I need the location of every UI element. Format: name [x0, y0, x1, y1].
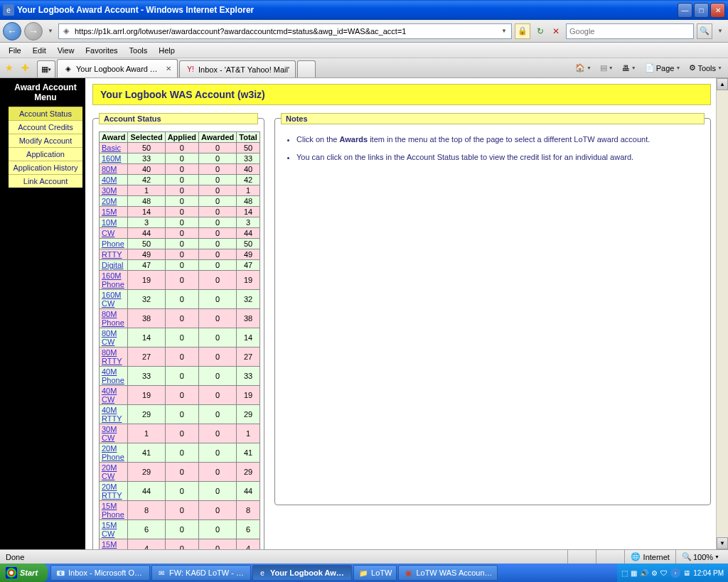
award-link[interactable]: 10M [102, 218, 117, 227]
add-favorite-icon[interactable]: ✚ [18, 62, 31, 75]
table-row: 80M RTTY270027 [100, 347, 260, 367]
task-logbook[interactable]: eYour Logbook Award ... [252, 565, 352, 581]
account-status-panel: Account Status Award Selected Applied Aw… [92, 118, 264, 549]
refresh-button[interactable]: ↻ [533, 24, 547, 38]
task-lotw-folder[interactable]: 📁LoTW [353, 565, 397, 581]
forward-button[interactable]: → [24, 22, 43, 41]
sidebar-item-account-status[interactable]: Account Status [9, 107, 82, 120]
sidebar-item-account-credits[interactable]: Account Credits [9, 120, 82, 134]
tray-icon[interactable]: ⬚ [621, 569, 628, 577]
security-lock-icon[interactable]: 🔒 [515, 23, 530, 39]
tab-logbook[interactable]: ◈ Your Logbook Award Acc... ✕ [57, 59, 178, 77]
award-link[interactable]: 160M [102, 154, 122, 163]
cell-selected: 1 [128, 185, 165, 196]
award-link[interactable]: RTTY [102, 250, 122, 259]
zoom-control[interactable]: 🔍 100% ▼ [675, 550, 725, 564]
sidebar-item-modify-account[interactable]: Modify Account [9, 134, 82, 147]
tools-menu[interactable]: ⚙Tools▼ [686, 62, 725, 74]
award-link[interactable]: Phone [102, 239, 124, 248]
feeds-button[interactable]: ▤▼ [597, 62, 616, 74]
award-link[interactable]: 30M CW [102, 425, 117, 442]
tray-icon[interactable]: ▦ [631, 569, 637, 577]
award-link[interactable]: 40M [102, 176, 117, 184]
tab-inbox[interactable]: Y! Inbox - 'AT&T Yahoo! Mail' [179, 60, 296, 77]
new-tab-button[interactable] [297, 60, 316, 77]
tray-icon[interactable]: 🔊 [640, 569, 648, 577]
address-bar[interactable]: ◈ ▼ [58, 23, 512, 39]
scroll-down-button[interactable]: ▼ [717, 537, 728, 549]
cell-awarded: 0 [199, 153, 237, 164]
tray-expand-icon[interactable]: ‹ [670, 568, 680, 578]
award-link[interactable]: Basic [102, 144, 121, 152]
cell-applied: 0 [165, 239, 198, 249]
security-zone[interactable]: 🌐 Internet [624, 550, 675, 564]
award-link[interactable]: 40M RTTY [102, 406, 122, 423]
menu-view[interactable]: View [52, 45, 80, 56]
award-link[interactable]: Digital [102, 261, 124, 269]
award-link[interactable]: 80M [102, 165, 117, 173]
stop-button[interactable]: ✕ [549, 24, 563, 38]
award-link[interactable]: 160M Phone [102, 271, 124, 289]
favorites-icon[interactable]: ★ [3, 62, 16, 75]
award-link[interactable]: 15M CW [102, 521, 117, 538]
menu-edit[interactable]: Edit [27, 45, 52, 56]
start-button[interactable]: Start [0, 564, 48, 582]
award-link[interactable]: 20M Phone [102, 444, 124, 461]
award-link[interactable]: 40M CW [102, 387, 117, 404]
address-input[interactable] [72, 27, 498, 36]
award-link[interactable]: 160M CW [102, 291, 122, 308]
cell-total: 1 [237, 185, 259, 196]
search-input[interactable] [569, 27, 690, 36]
close-button[interactable]: ✕ [710, 3, 725, 18]
cell-applied: 0 [165, 164, 198, 175]
page-menu[interactable]: 📄Page▼ [642, 62, 684, 74]
back-button[interactable]: ← [3, 22, 21, 41]
cell-selected: 33 [128, 367, 165, 386]
sidebar-item-application[interactable]: Application [9, 147, 82, 161]
tray-icon[interactable]: 🛡 [660, 569, 668, 577]
menu-help[interactable]: Help [153, 45, 181, 56]
award-link[interactable]: 80M Phone [102, 310, 124, 327]
scroll-up-button[interactable]: ▲ [717, 78, 728, 90]
maximize-button[interactable]: □ [694, 3, 709, 18]
tray-icon[interactable]: ⚙ [651, 569, 658, 577]
menu-file[interactable]: File [3, 45, 27, 56]
tab-close-icon[interactable]: ✕ [166, 65, 171, 72]
status-bar: Done 🌐 Internet 🔍 100% ▼ [0, 549, 728, 564]
table-row: 40M CW190019 [100, 386, 260, 405]
award-link[interactable]: 80M RTTY [102, 348, 122, 365]
award-link[interactable]: CW [102, 229, 114, 237]
award-link[interactable]: 15M RTTY [102, 540, 122, 549]
minimize-button[interactable]: — [678, 3, 692, 18]
award-link[interactable]: 30M [102, 186, 117, 195]
print-icon: 🖶 [622, 64, 630, 72]
clock[interactable]: 12:04 PM [693, 569, 724, 577]
history-dropdown[interactable]: ▼ [46, 24, 55, 38]
award-link[interactable]: 20M CW [102, 463, 117, 480]
award-link[interactable]: 15M Phone [102, 502, 124, 519]
task-fw[interactable]: ✉FW: KA6D LoTW - Messa... [151, 565, 251, 581]
award-link[interactable]: 40M Phone [102, 367, 124, 384]
search-box[interactable] [566, 23, 694, 39]
award-link[interactable]: 15M [102, 208, 117, 216]
address-dropdown[interactable]: ▼ [498, 28, 510, 34]
cell-total: 40 [237, 164, 259, 175]
tray-icon[interactable]: 🖥 [683, 569, 690, 577]
vertical-scrollbar[interactable]: ▲ ▼ [716, 78, 728, 549]
print-button[interactable]: 🖶▼ [619, 63, 639, 74]
task-outlook[interactable]: 📧Inbox - Microsoft Outlook [50, 565, 150, 581]
menu-favorites[interactable]: Favorites [80, 45, 123, 56]
award-link[interactable]: 20M [102, 197, 117, 205]
sidebar-item-application-history[interactable]: Application History [9, 161, 82, 174]
system-tray[interactable]: ⬚ ▦ 🔊 ⚙ 🛡 ‹ 🖥 12:04 PM [617, 564, 728, 582]
cell-awarded: 0 [199, 217, 237, 228]
quick-tabs-button[interactable]: ▦▾ [37, 60, 55, 77]
search-button[interactable]: 🔍 [697, 23, 712, 39]
award-link[interactable]: 80M CW [102, 329, 117, 346]
sidebar-item-link-account[interactable]: Link Account [9, 174, 82, 188]
menu-tools[interactable]: Tools [124, 45, 154, 56]
search-dropdown[interactable]: ▼ [715, 24, 725, 38]
home-button[interactable]: 🏠▼ [572, 62, 594, 74]
task-ppt[interactable]: ▣LoTW WAS Accounts.ppt [398, 565, 498, 581]
award-link[interactable]: 20M RTTY [102, 483, 122, 500]
